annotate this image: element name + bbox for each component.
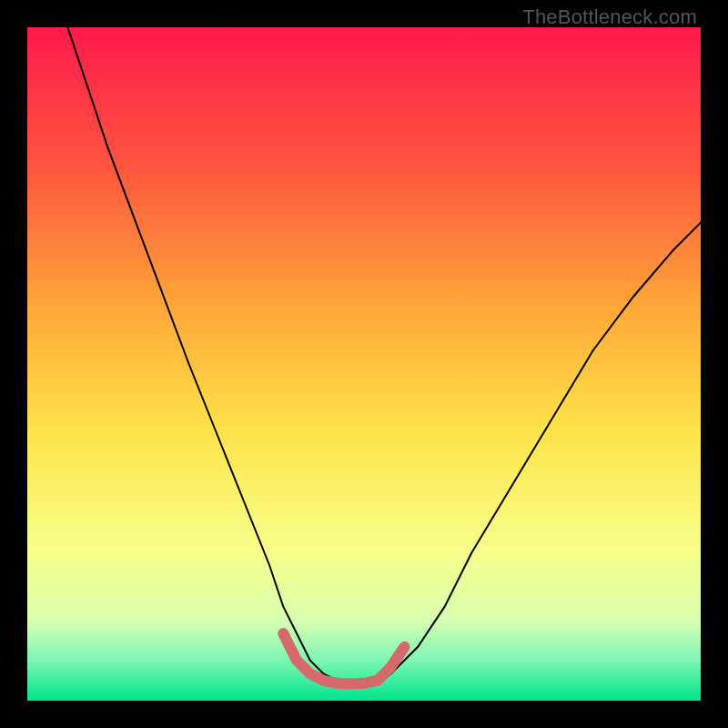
watermark-text: TheBottleneck.com <box>522 5 697 29</box>
gradient-background <box>27 27 701 701</box>
chart-frame: TheBottleneck.com <box>0 0 728 728</box>
chart-svg <box>27 27 701 701</box>
plot-area <box>27 27 701 701</box>
